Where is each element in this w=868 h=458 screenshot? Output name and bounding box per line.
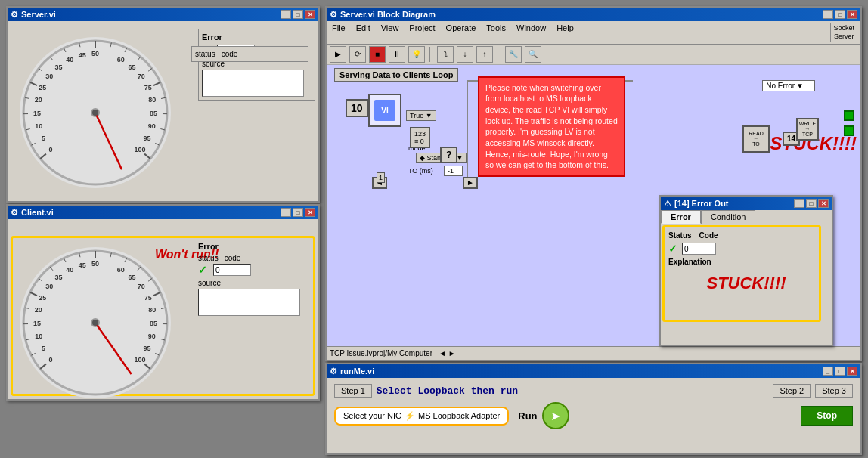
step-out-button[interactable]: ↑ <box>476 46 493 63</box>
vertical-wire-1 <box>467 80 468 186</box>
server-gauge <box>12 26 186 200</box>
server-vi-titlebar: ⚙ Server.vi _ □ ✕ <box>8 8 318 21</box>
tab-condition[interactable]: Condition <box>701 210 755 224</box>
minimize-button[interactable]: _ <box>281 10 291 19</box>
runme-close-button[interactable]: ✕ <box>847 367 857 376</box>
client-vi-titlebar: ⚙ Client.vi _ □ ✕ <box>8 206 318 219</box>
menu-help[interactable]: Help <box>554 23 576 42</box>
client-error-panel: Error status code ✓ 0 source <box>198 242 315 316</box>
status-label: status <box>195 50 215 58</box>
menu-file[interactable]: File <box>330 23 348 42</box>
read-tcp-block: READ←TO <box>742 125 770 153</box>
client-vi-window: ⚙ Client.vi _ □ ✕ Won't run!! Error stat… <box>6 204 320 401</box>
menu-window[interactable]: Window <box>514 23 548 42</box>
loop-label: Serving Data to Clients Loop <box>334 68 458 82</box>
client-code-field[interactable]: 0 <box>213 264 251 276</box>
pause-button[interactable]: ⏸ <box>389 46 405 63</box>
runme-controls-row: Select your NIC ⚡ MS Loopback Adapter Ru… <box>334 402 853 429</box>
run-toolbar-button[interactable]: ▶ <box>330 46 346 63</box>
green-indicator <box>844 110 854 121</box>
no-error-dropdown[interactable]: No Error ▼ <box>762 80 815 91</box>
client-close-button[interactable]: ✕ <box>305 208 315 217</box>
stop-button[interactable]: Stop <box>801 406 853 426</box>
bd-menubar: File Edit View Project Operate Tools Win… <box>327 21 860 45</box>
eo-maximize-button[interactable]: □ <box>806 199 817 208</box>
source-field[interactable] <box>202 70 304 97</box>
error-out-titlebar: ⚠ [14] Error Out _ □ ✕ <box>661 197 832 210</box>
client-gauge <box>12 236 186 410</box>
block-diagram-titlebar: ⚙ Server.vi Block Diagram _ □ ✕ <box>327 8 860 21</box>
number-block-10: 10 <box>346 99 368 117</box>
server-error-panel: Error status code ✓ 0 source <box>198 29 315 101</box>
question-block: ? <box>440 147 457 163</box>
vi-icon-block: VI <box>368 94 401 127</box>
toolbar-sep2 <box>498 47 501 62</box>
runme-minimize-button[interactable]: _ <box>823 367 833 376</box>
step-over-button[interactable]: ⤵ <box>437 46 454 63</box>
client-source-field[interactable] <box>198 289 300 316</box>
eo-scrollbar[interactable] <box>823 224 832 342</box>
step1-title: Select Loopback then run <box>377 385 518 397</box>
client-maximize-button[interactable]: □ <box>293 208 303 217</box>
find-button[interactable]: 🔍 <box>525 46 541 63</box>
menu-project[interactable]: Project <box>407 23 437 42</box>
client-error-label: Error <box>198 242 315 251</box>
to-ms-label: TO (ms) <box>408 167 433 175</box>
true-dropdown[interactable]: True ▼ <box>406 110 436 121</box>
maximize-button[interactable]: □ <box>293 10 303 19</box>
client-vi-title: Client.vi <box>21 208 54 217</box>
no-error-arrow: ▼ <box>796 82 804 90</box>
stop-section: Stop <box>801 406 853 426</box>
runme-icon: ⚙ <box>330 367 337 376</box>
error-out-title: [14] Error Out <box>674 199 729 208</box>
menu-edit[interactable]: Edit <box>354 23 373 42</box>
client-status-label: status <box>198 254 219 262</box>
runme-content: Step 1 Select Loopback then run Step 2 S… <box>327 378 860 453</box>
bd-close-button[interactable]: ✕ <box>847 10 857 19</box>
eo-minimize-button[interactable]: _ <box>794 199 804 208</box>
eo-close-button[interactable]: ✕ <box>818 199 829 208</box>
code-label: code <box>222 50 238 58</box>
eo-code-value[interactable]: 0 <box>682 243 716 255</box>
to-ms-value[interactable]: -1 <box>444 166 463 176</box>
clean-button[interactable]: 🔧 <box>505 46 522 63</box>
bd-maximize-button[interactable]: □ <box>835 10 845 19</box>
error-label: Error <box>202 32 312 42</box>
run-cont-button[interactable]: ⟳ <box>349 46 366 63</box>
green-indicator-2 <box>844 125 854 136</box>
true-label: True ▼ <box>410 112 432 119</box>
server-vi-icon: ⚙ <box>11 10 18 20</box>
menu-view[interactable]: View <box>379 23 401 42</box>
menu-operate[interactable]: Operate <box>444 23 479 42</box>
error-out-window: ⚠ [14] Error Out _ □ ✕ Error Condition S… <box>659 195 833 346</box>
runme-title: runMe.vi <box>340 367 374 376</box>
eo-explanation-label: Explanation <box>668 258 827 266</box>
tab-error[interactable]: Error <box>661 210 701 224</box>
server-vi-window: ⚙ Server.vi _ □ ✕ Error status code ✓ 0 … <box>6 6 320 203</box>
run-label: Run <box>518 410 537 422</box>
runme-maximize-button[interactable]: □ <box>835 367 845 376</box>
nic-selector[interactable]: Select your NIC ⚡ MS Loopback Adapter <box>334 407 509 426</box>
toolbar-sep1 <box>429 47 432 62</box>
eo-status-check: ✓ <box>668 243 677 255</box>
bd-minimize-button[interactable]: _ <box>823 10 833 19</box>
step1-row: Step 1 Select Loopback then run Step 2 S… <box>334 384 853 398</box>
bd-toolbar: ▶ ⟳ ■ ⏸ 💡 ⤵ ↓ ↑ 🔧 🔍 <box>327 45 860 65</box>
close-button[interactable]: ✕ <box>305 10 315 19</box>
abort-button[interactable]: ■ <box>369 46 386 63</box>
step-into-button[interactable]: ↓ <box>457 46 473 63</box>
error-out-tab-bar: Error Condition <box>661 210 832 224</box>
step2-label: Step 2 <box>773 384 811 398</box>
number-123-block: 123≡ 0 <box>410 127 430 148</box>
step1-label: Step 1 <box>334 384 372 398</box>
svg-text:VI: VI <box>381 107 389 115</box>
client-minimize-button[interactable]: _ <box>281 208 291 217</box>
step3-label: Step 3 <box>815 384 853 398</box>
write-tcp-block: WRITE→TCP <box>796 118 819 141</box>
no-error-text: No Error <box>766 82 795 90</box>
menu-tools[interactable]: Tools <box>484 23 508 42</box>
run-button[interactable]: ➤ <box>542 402 569 429</box>
bd-status-bar: TCP Issue.lvproj/My Computer ◄ ► <box>327 346 860 360</box>
bd-icon: ⚙ <box>330 10 337 20</box>
highlight-button[interactable]: 💡 <box>408 46 425 63</box>
